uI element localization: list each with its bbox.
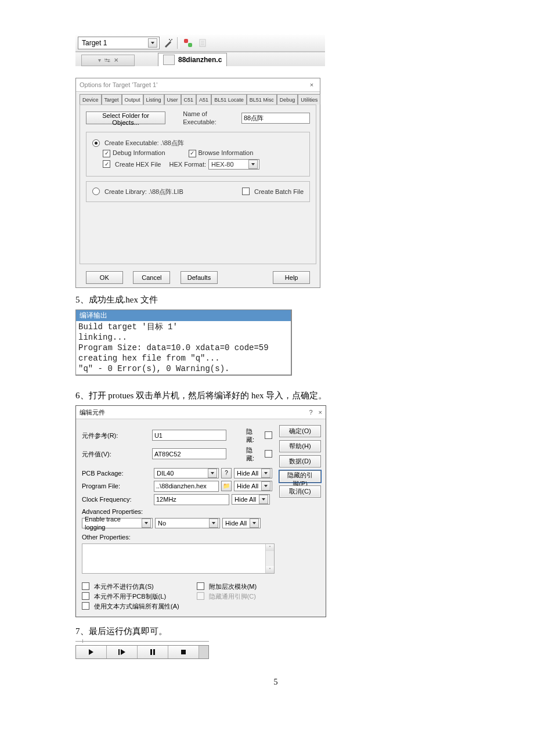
chevron-down-icon [208,469,217,478]
ok-button[interactable]: OK [86,271,123,284]
tab-bl51-locate[interactable]: BL51 Locate [211,94,247,105]
close-icon[interactable]: × [319,409,322,416]
tab-user[interactable]: User [164,94,181,105]
cancel-button[interactable]: Cancel [133,271,170,284]
no-pcb-label: 本元件不用于PCB制版(L) [94,592,166,600]
tab-c51[interactable]: C51 [181,94,197,105]
sheet-icon[interactable] [197,37,210,49]
target-combo[interactable]: Target 1 [78,37,160,49]
tab-a51[interactable]: A51 [196,94,211,105]
other-properties-box[interactable]: ˄˅ [82,543,275,574]
adv-label: Advanced Properties: [82,507,151,516]
text-edit-label: 使用文本方式编辑所有属性(A) [94,602,179,610]
stop-button[interactable] [168,646,199,658]
trace-val-select[interactable]: No [155,518,220,528]
page-number: 5 [75,676,476,688]
hex-format-select[interactable]: HEX-80 [208,159,259,170]
defaults-button[interactable]: Defaults [181,271,218,284]
red-green-icon[interactable] [182,37,194,49]
tab-bl51-misc[interactable]: BL51 Misc [247,94,277,105]
pause-button[interactable] [138,646,168,658]
panel-handle[interactable]: ▾⭾✕ [81,55,135,66]
prog-input[interactable] [154,481,219,492]
file-tab-label: 88dianzhen.c [178,56,222,64]
prog-label: Program File: [82,482,151,490]
options-dialog: Options for Target 'Target 1' × DeviceTa… [75,78,320,288]
help-icon[interactable]: ? [309,409,312,416]
tab-output[interactable]: Output [122,94,143,105]
svg-point-2 [169,39,170,40]
edit-component-dialog: 编辑元件 ?× 元件参考(R):隐藏: 元件值(V):隐藏: PCB Packa… [75,405,326,617]
create-hex-label: Create HEX File [115,160,161,168]
ide-toolbar-fragment: Target 1 ▾⭾✕ 88dianzhen.c [75,35,325,66]
create-exec-radio[interactable] [92,139,100,147]
chevron-down-icon [250,519,259,528]
name-exec-label: Name of Executable: [183,110,239,126]
chevron-down-icon [261,481,270,491]
hier-label: 附加层次模块(M) [209,582,257,591]
hex-format-label: HEX Format: [169,160,206,168]
ref-input[interactable] [152,430,226,441]
prog-hide-select[interactable]: Hide All [234,481,272,491]
text-edit-check[interactable] [82,602,89,610]
pcb-hide-select[interactable]: Hide All [234,468,272,478]
help-button[interactable]: Help [273,271,310,284]
tab-debug[interactable]: Debug [277,94,298,105]
svg-rect-8 [153,649,155,655]
chevron-down-icon [248,160,258,169]
tab-listing[interactable]: Listing [143,94,164,105]
clock-hide-select[interactable]: Hide All [232,494,270,505]
build-output-header: 编译输出 [76,310,291,321]
select-folder-button[interactable]: Select Folder for Objects... [86,111,165,124]
browse-info-check[interactable] [189,150,196,157]
step-5-text: 5、成功生成.hex 文件 [75,294,476,306]
chevron-down-icon [209,519,218,528]
pcb-question-button[interactable]: ? [221,468,232,478]
pcb-label: PCB Package: [82,469,151,477]
hier-check[interactable] [197,582,204,590]
scrollbar[interactable]: ˄˅ [265,544,274,573]
no-sim-check[interactable] [82,582,89,590]
name-exec-input[interactable] [241,113,310,124]
file-tab-icon [163,55,175,65]
data-button[interactable]: 数据(D) [279,455,321,467]
target-combo-value: Target 1 [82,39,107,47]
step-7-text: 7、最后运行仿真即可。 [75,625,476,638]
hide-val-check[interactable] [265,450,272,458]
wand-icon[interactable] [162,37,175,49]
options-dialog-title: Options for Target 'Target 1' [80,81,157,89]
hide-pins-label: 隐藏通用引脚(C) [209,592,256,600]
options-tabs[interactable]: DeviceTargetOutputListingUserC51A51BL51 … [76,92,320,105]
ok-button[interactable]: 确定(O) [279,425,321,437]
help-button[interactable]: 帮助(H) [279,440,321,452]
no-pcb-check[interactable] [82,592,89,600]
create-hex-check[interactable] [103,160,110,168]
play-button[interactable] [76,646,107,658]
tab-utilities[interactable]: Utilities [298,94,320,105]
tab-target[interactable]: Target [102,94,122,105]
debug-info-check[interactable] [103,150,110,157]
no-sim-label: 本元件不进行仿真(S) [94,582,154,591]
clock-input[interactable] [154,494,229,505]
close-icon[interactable]: × [307,81,316,89]
svg-rect-3 [184,39,188,43]
cancel-button[interactable]: 取消(C) [279,485,321,498]
file-tab[interactable]: 88dianzhen.c [158,53,227,66]
trace-hide-select[interactable]: Hide All [222,518,261,528]
pcb-select[interactable]: DIL40 [154,468,219,478]
ref-label: 元件参考(R): [82,431,150,440]
hide-ref-check[interactable] [265,431,272,439]
hide-pins-check [197,592,204,600]
prog-browse-button[interactable]: 📁 [221,481,232,491]
tab-device[interactable]: Device [80,94,102,105]
trace-key-select[interactable]: Enable trace logging [82,518,153,528]
svg-point-0 [170,40,171,41]
create-batch-label: Create Batch File [254,188,304,196]
create-lib-radio[interactable] [92,188,100,195]
val-input[interactable] [152,448,226,459]
create-batch-check[interactable] [242,188,250,195]
debug-info-label: Debug Information [113,149,165,156]
other-label: Other Properties: [82,533,151,541]
hidden-pins-button[interactable]: 隐藏的引脚(P) [279,470,321,483]
step-button[interactable] [107,646,138,658]
